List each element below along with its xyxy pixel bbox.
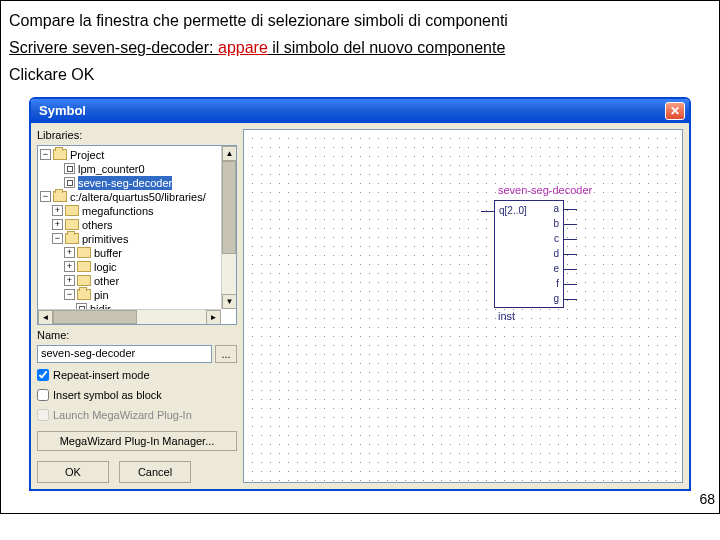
titlebar[interactable]: Symbol ✕ <box>31 99 689 123</box>
tree-node-selected[interactable]: seven-seg-decoder <box>40 176 234 190</box>
vertical-scrollbar[interactable]: ▲ ▼ <box>221 146 236 309</box>
tree-node-logic[interactable]: +logic <box>40 260 234 274</box>
tree-node-project[interactable]: −Project <box>40 148 234 162</box>
minus-icon[interactable]: − <box>40 149 51 160</box>
left-panel: Libraries: −Project lpm_counter0 seven-s… <box>37 129 237 483</box>
output-g: g <box>553 293 559 304</box>
instruction-line-1: Compare la finestra che permette di sele… <box>9 7 711 34</box>
dot-grid <box>244 130 682 482</box>
symbol-icon <box>64 163 75 174</box>
folder-icon <box>77 289 91 300</box>
minus-icon[interactable]: − <box>52 233 63 244</box>
symbol-preview-pane: seven-seg-decoder q[2..0] a b c d e f g … <box>243 129 683 483</box>
library-tree[interactable]: −Project lpm_counter0 seven-seg-decoder … <box>37 145 237 325</box>
scroll-down-icon[interactable]: ▼ <box>222 294 237 309</box>
output-b: b <box>553 218 559 229</box>
instructions-block: Compare la finestra che permette di sele… <box>1 1 719 93</box>
instruction-line-3: Clickare OK <box>9 61 711 88</box>
folder-icon <box>65 219 79 230</box>
plus-icon[interactable]: + <box>64 275 75 286</box>
symbol-preview: seven-seg-decoder q[2..0] a b c d e f g … <box>494 200 564 308</box>
folder-icon <box>77 275 91 286</box>
repeat-insert-checkbox[interactable]: Repeat-insert mode <box>37 367 237 383</box>
megawizard-button[interactable]: MegaWizard Plug-In Manager... <box>37 431 237 451</box>
plus-icon[interactable]: + <box>52 219 63 230</box>
tree-node-prim[interactable]: −primitives <box>40 232 234 246</box>
tree-node-mega[interactable]: +megafunctions <box>40 204 234 218</box>
folder-icon <box>53 149 67 160</box>
symbol-name: seven-seg-decoder <box>498 184 592 196</box>
libraries-label: Libraries: <box>37 129 237 141</box>
plus-icon[interactable]: + <box>64 261 75 272</box>
instruction-line-2: Scrivere seven-seg-decoder: appare il si… <box>9 34 711 61</box>
folder-icon <box>77 261 91 272</box>
tree-node-pin[interactable]: −pin <box>40 288 234 302</box>
tree-node-buffer[interactable]: +buffer <box>40 246 234 260</box>
window-title: Symbol <box>39 103 86 118</box>
minus-icon[interactable]: − <box>64 289 75 300</box>
instance-label: inst <box>498 310 515 322</box>
output-e: e <box>553 263 559 274</box>
plus-icon[interactable]: + <box>64 247 75 258</box>
folder-icon <box>65 205 79 216</box>
scroll-right-icon[interactable]: ► <box>206 310 221 325</box>
slide-number: 68 <box>699 491 715 507</box>
ok-button[interactable]: OK <box>37 461 109 483</box>
output-f: f <box>556 278 559 289</box>
folder-icon <box>65 233 79 244</box>
folder-icon <box>77 247 91 258</box>
plus-icon[interactable]: + <box>52 205 63 216</box>
tree-node-other[interactable]: +other <box>40 274 234 288</box>
output-d: d <box>553 248 559 259</box>
output-c: c <box>554 233 559 244</box>
output-a: a <box>553 203 559 214</box>
symbol-icon <box>64 177 75 188</box>
name-field[interactable]: seven-seg-decoder <box>37 345 212 363</box>
insert-block-checkbox[interactable]: Insert symbol as block <box>37 387 237 403</box>
scroll-left-icon[interactable]: ◄ <box>38 310 53 325</box>
browse-button[interactable]: ... <box>215 345 237 363</box>
scroll-up-icon[interactable]: ▲ <box>222 146 237 161</box>
horizontal-scrollbar[interactable]: ◄ ► <box>38 309 221 324</box>
tree-node-altera[interactable]: −c:/altera/quartus50/libraries/ <box>40 190 234 204</box>
launch-mw-checkbox: Launch MegaWizard Plug-In <box>37 407 237 423</box>
folder-icon <box>53 191 67 202</box>
symbol-dialog: Symbol ✕ Libraries: −Project lpm_counter… <box>29 97 691 491</box>
input-lead <box>481 211 495 212</box>
tree-node-others[interactable]: +others <box>40 218 234 232</box>
minus-icon[interactable]: − <box>40 191 51 202</box>
tree-node-lpm[interactable]: lpm_counter0 <box>40 162 234 176</box>
input-label: q[2..0] <box>499 205 527 216</box>
cancel-button[interactable]: Cancel <box>119 461 191 483</box>
name-label: Name: <box>37 329 237 341</box>
close-icon[interactable]: ✕ <box>665 102 685 120</box>
